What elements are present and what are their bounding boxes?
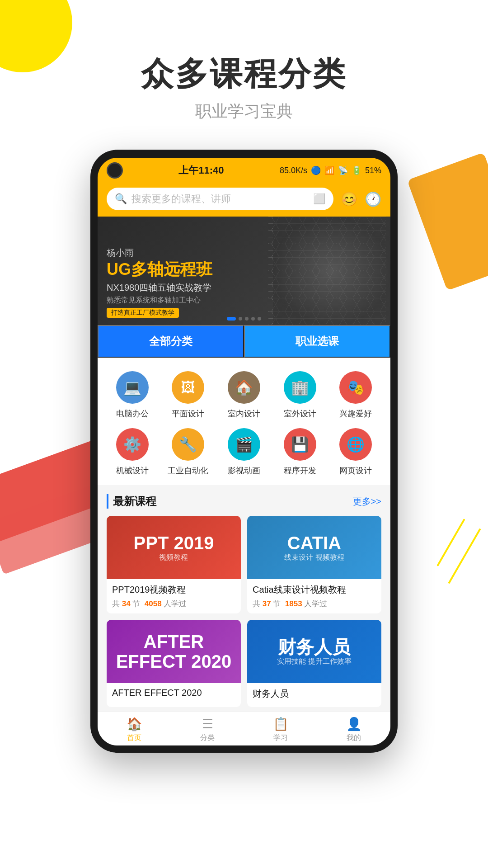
course-card-3[interactable]: 财务人员 实用技能 提升工作效率 财务人员 — [247, 620, 381, 707]
phone-screen: 🔍 搜索更多的课程、讲师 ⬜ 😊 🕐 杨小雨 UG多轴远程班 NX1980四轴五… — [98, 183, 390, 745]
banner: 杨小雨 UG多轴远程班 NX1980四轴五轴实战教学 熟悉常见系统和多轴加工中心… — [98, 217, 390, 325]
signal-icon: 📶 — [324, 165, 334, 175]
banner-course-title: UG多轴远程班 — [107, 259, 212, 280]
courses-grid: PPT 2019 视频教程 PPT2019视频教程 共 34 节 4058 人学… — [107, 516, 381, 707]
category-item-0[interactable]: 💻 电脑办公 — [107, 371, 158, 419]
thumb-text-3: 财务人员 — [277, 637, 351, 657]
nav-item-我的[interactable]: 👤 我的 — [317, 717, 390, 743]
category-item-9[interactable]: 🌐 网页设计 — [330, 428, 381, 476]
nav-icon-3: 👤 — [346, 717, 362, 731]
banner-author: 杨小雨 — [107, 247, 212, 259]
category-label-0: 电脑办公 — [116, 408, 149, 419]
course-info-2: AFTER EFFECT 2020 — [107, 683, 241, 705]
category-item-2[interactable]: 🏠 室内设计 — [218, 371, 270, 419]
status-icons: 85.0K/s 🔵 📶 📡 🔋 51% — [280, 165, 381, 175]
career-courses-button[interactable]: 职业选课 — [244, 325, 390, 358]
courses-section: 最新课程 更多>> PPT 2019 视频教程 PPT2019视频教程 共 34… — [98, 485, 390, 712]
history-icon[interactable]: 🕐 — [365, 191, 381, 207]
nav-icon-1: ☰ — [202, 717, 213, 731]
thumb-sub-0: 视频教程 — [134, 553, 214, 562]
course-thumb-1: CATIA 线束设计 视频教程 — [247, 516, 381, 579]
category-label-1: 平面设计 — [172, 408, 204, 419]
nav-label-0: 首页 — [127, 733, 141, 743]
courses-header: 最新课程 更多>> — [107, 494, 381, 509]
speed-indicator: 85.0K/s — [280, 166, 307, 175]
thumb-sub-1: 线束设计 视频教程 — [284, 553, 344, 562]
search-input-wrap[interactable]: 🔍 搜索更多的课程、讲师 ⬜ — [107, 188, 333, 210]
header-section: 众多课程分类 职业学习宝典 — [0, 0, 488, 141]
all-categories-button[interactable]: 全部分类 — [98, 325, 244, 358]
nav-icon-0: 🏠 — [127, 717, 142, 731]
course-name-0: PPT2019视频教程 — [112, 584, 235, 596]
course-info-0: PPT2019视频教程 共 34 节 4058 人学过 — [107, 579, 241, 613]
category-label-7: 影视动画 — [228, 465, 260, 476]
category-label-2: 室内设计 — [228, 408, 260, 419]
category-item-3[interactable]: 🏢 室外设计 — [274, 371, 326, 419]
banner-tag: 打造真正工厂模式教学 — [107, 308, 179, 318]
course-thumb-2: AFTER EFFECT 2020 — [107, 620, 241, 683]
battery-icon: 🔋 — [352, 165, 361, 175]
category-icon-0: 💻 — [116, 371, 149, 404]
banner-dots — [227, 317, 261, 321]
search-icon: 🔍 — [115, 193, 127, 205]
category-item-8[interactable]: 💾 程序开发 — [274, 428, 326, 476]
thumb-text-2: AFTER EFFECT 2020 — [111, 632, 236, 671]
nav-item-学习[interactable]: 📋 学习 — [244, 717, 317, 743]
category-label-9: 网页设计 — [339, 465, 372, 476]
category-label-6: 工业自动化 — [168, 465, 208, 476]
main-title: 众多课程分类 — [0, 54, 488, 93]
category-icon-2: 🏠 — [228, 371, 260, 404]
category-item-5[interactable]: ⚙️ 机械设计 — [107, 428, 158, 476]
category-icon-5: ⚙️ — [116, 428, 149, 461]
phone-wrapper: 上午11:40 85.0K/s 🔵 📶 📡 🔋 51% 🔍 搜索更多的课程、讲师… — [0, 150, 488, 753]
course-name-1: Catia线束设计视频教程 — [253, 584, 376, 596]
category-label-8: 程序开发 — [284, 465, 316, 476]
category-icon-6: 🔧 — [172, 428, 204, 461]
status-time: 上午11:40 — [178, 164, 224, 177]
search-bar-container: 🔍 搜索更多的课程、讲师 ⬜ 😊 🕐 — [98, 183, 390, 217]
dot-1 — [227, 317, 236, 321]
category-icon-1: 🖼 — [172, 371, 204, 404]
bluetooth-icon: 🔵 — [311, 165, 321, 175]
course-name-3: 财务人员 — [253, 688, 376, 700]
category-icon-7: 🎬 — [228, 428, 260, 461]
category-icon-3: 🏢 — [284, 371, 316, 404]
course-meta-1: 共 37 节 1853 人学过 — [253, 599, 376, 609]
thumb-text-0: PPT 2019 — [134, 533, 214, 553]
course-card-2[interactable]: AFTER EFFECT 2020 AFTER EFFECT 2020 — [107, 620, 241, 707]
status-bar: 上午11:40 85.0K/s 🔵 📶 📡 🔋 51% — [98, 158, 390, 183]
battery-percent: 51% — [365, 166, 381, 175]
course-thumb-0: PPT 2019 视频教程 — [107, 516, 241, 579]
banner-sub-tag: 熟悉常见系统和多轴加工中心 — [107, 296, 212, 305]
course-meta-0: 共 34 节 4058 人学过 — [112, 599, 235, 609]
nav-label-1: 分类 — [200, 733, 215, 743]
category-item-1[interactable]: 🖼 平面设计 — [163, 371, 214, 419]
category-label-5: 机械设计 — [116, 465, 149, 476]
course-info-1: Catia线束设计视频教程 共 37 节 1853 人学过 — [247, 579, 381, 613]
nav-item-首页[interactable]: 🏠 首页 — [98, 717, 171, 743]
nav-icon-2: 📋 — [273, 717, 289, 731]
category-icon-4: 🎭 — [339, 371, 372, 404]
course-card-0[interactable]: PPT 2019 视频教程 PPT2019视频教程 共 34 节 4058 人学… — [107, 516, 241, 613]
category-item-4[interactable]: 🎭 兴趣爱好 — [330, 371, 381, 419]
courses-more-link[interactable]: 更多>> — [353, 495, 381, 508]
banner-course-desc: NX1980四轴五轴实战教学 — [107, 282, 212, 294]
category-item-6[interactable]: 🔧 工业自动化 — [163, 428, 214, 476]
dot-4 — [251, 317, 255, 321]
category-icon-9: 🌐 — [339, 428, 372, 461]
course-name-2: AFTER EFFECT 2020 — [112, 688, 235, 698]
bottom-nav: 🏠 首页 ☰ 分类 📋 学习 👤 我的 — [98, 712, 390, 745]
course-card-1[interactable]: CATIA 线束设计 视频教程 Catia线束设计视频教程 共 37 节 185… — [247, 516, 381, 613]
category-label-3: 室外设计 — [284, 408, 316, 419]
dot-5 — [258, 317, 261, 321]
course-thumb-3: 财务人员 实用技能 提升工作效率 — [247, 620, 381, 683]
action-buttons: 全部分类 职业选课 — [98, 325, 390, 358]
category-label-4: 兴趣爱好 — [339, 408, 372, 419]
thumb-sub-3: 实用技能 提升工作效率 — [277, 657, 351, 666]
phone-frame: 上午11:40 85.0K/s 🔵 📶 📡 🔋 51% 🔍 搜索更多的课程、讲师… — [90, 150, 398, 753]
camera-notch — [107, 162, 123, 179]
nav-item-分类[interactable]: ☰ 分类 — [171, 717, 244, 743]
emoji-icon[interactable]: 😊 — [341, 191, 357, 207]
category-item-7[interactable]: 🎬 影视动画 — [218, 428, 270, 476]
banner-gear-bg — [273, 217, 390, 325]
